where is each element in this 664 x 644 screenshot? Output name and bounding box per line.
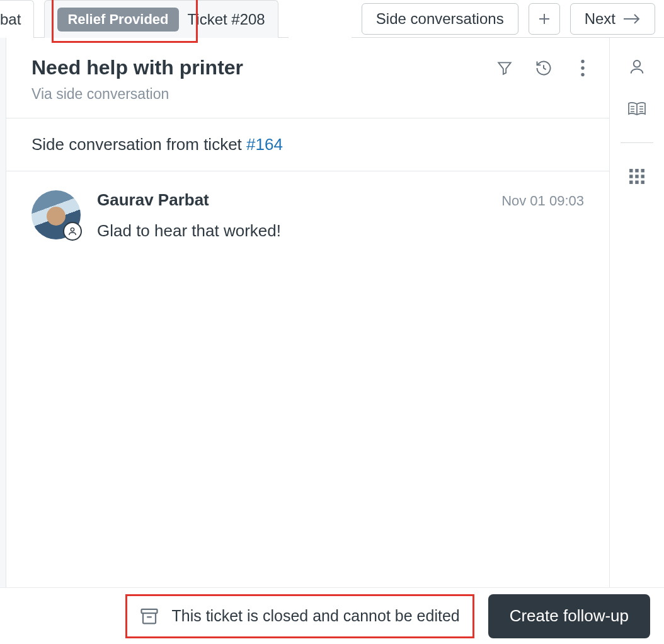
svg-point-2 [581,73,584,76]
add-side-conversation-button[interactable] [529,3,560,35]
message-author: Gaurav Parbat [97,190,209,210]
right-rail [610,38,664,587]
header-actions [496,59,592,77]
source-ticket-link[interactable]: #164 [246,135,283,154]
svg-point-1 [581,66,584,69]
main-area: Need help with printer Via side conversa… [0,38,664,587]
rail-divider [621,142,653,143]
svg-rect-8 [629,175,633,178]
svg-rect-12 [635,181,638,184]
closed-banner: This ticket is closed and cannot be edit… [125,594,474,638]
avatar[interactable] [31,190,81,239]
left-gutter [0,38,6,587]
more-icon[interactable] [574,59,592,77]
apps-grid-icon[interactable] [629,168,645,185]
source-prefix: Side conversation from ticket [31,135,246,154]
plus-icon [538,13,551,25]
filter-icon[interactable] [496,59,513,77]
user-profile-icon[interactable] [628,58,646,76]
svg-rect-9 [635,175,638,178]
svg-rect-13 [641,181,644,184]
create-followup-button[interactable]: Create follow-up [488,594,650,638]
ticket-header: Need help with printer Via side conversa… [6,38,609,118]
svg-rect-14 [142,609,157,612]
svg-rect-6 [635,169,638,172]
status-badge: Relief Provided [57,8,178,32]
conversation-message: Gaurav Parbat Nov 01 09:03 Glad to hear … [6,171,609,260]
svg-point-4 [634,60,641,67]
closed-banner-text: This ticket is closed and cannot be edit… [171,607,459,625]
topbar-right: Side conversations Next [362,0,664,37]
tab-strip: bat Relief Provided Ticket #208 Side con… [0,0,664,38]
tab-label-partial: bat [0,11,21,28]
side-conversation-source: Side conversation from ticket #164 [6,118,609,171]
svg-rect-5 [629,169,633,172]
message-text: Glad to hear that worked! [97,221,584,241]
next-label: Next [585,10,615,28]
message-time: Nov 01 09:03 [501,193,584,209]
archive-icon [140,607,159,625]
svg-rect-10 [641,175,644,178]
tab-spacer [289,0,352,38]
role-badge-icon [63,222,82,241]
svg-rect-7 [641,169,644,172]
tab-previous-partial[interactable]: bat [0,0,34,38]
side-conversations-button[interactable]: Side conversations [362,3,518,35]
side-conversations-label: Side conversations [376,10,504,28]
tab-ticket-active[interactable]: Relief Provided Ticket #208 [44,0,278,38]
footer: This ticket is closed and cannot be edit… [0,587,664,644]
svg-point-3 [71,228,74,231]
tab-label-active: Ticket #208 [188,11,265,28]
next-button[interactable]: Next [570,3,655,35]
ticket-title: Need help with printer [31,55,486,79]
ticket-content: Need help with printer Via side conversa… [6,38,610,587]
arrow-right-icon [623,14,641,24]
svg-point-0 [581,60,584,63]
history-icon[interactable] [535,59,552,77]
ticket-subtitle: Via side conversation [31,86,486,103]
svg-rect-11 [629,181,633,184]
knowledge-icon[interactable] [627,101,646,117]
